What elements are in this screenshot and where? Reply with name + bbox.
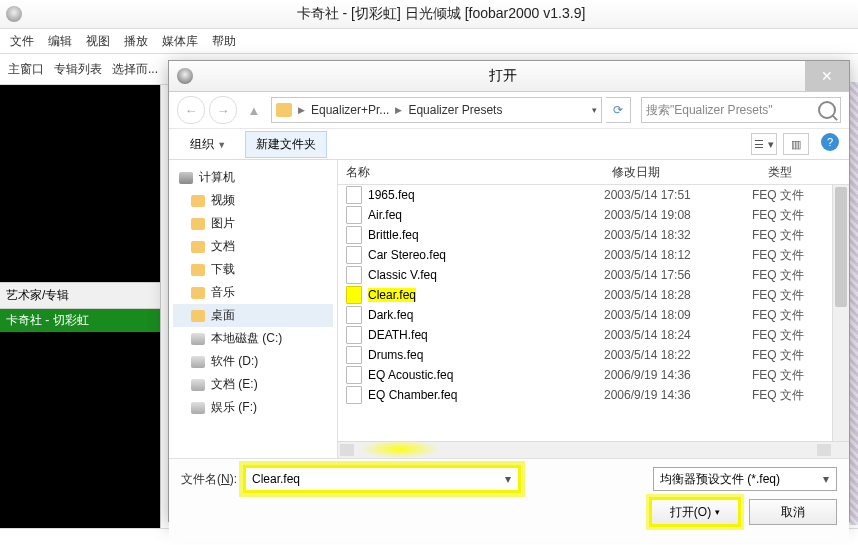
col-type[interactable]: 类型: [760, 164, 849, 181]
view-mode-button[interactable]: ☰ ▾: [751, 133, 777, 155]
breadcrumb-seg-2[interactable]: Equalizer Presets: [404, 103, 506, 117]
nav-forward-button[interactable]: →: [209, 96, 237, 124]
filter-value: 均衡器预设文件 (*.feq): [660, 471, 780, 488]
file-name: Air.feq: [368, 208, 402, 222]
titlebar: 卡奇社 - [切彩虹] 日光倾城 [foobar2000 v1.3.9]: [0, 0, 858, 29]
menu-file[interactable]: 文件: [10, 33, 34, 50]
dialog-toolbar: 组织 ▼ 新建文件夹 ☰ ▾ ▥ ?: [169, 129, 849, 160]
file-date: 2006/9/19 14:36: [596, 368, 744, 382]
file-date: 2006/9/19 14:36: [596, 388, 744, 402]
tree-disk-e[interactable]: 文档 (E:): [173, 373, 333, 396]
tab-main[interactable]: 主窗口: [8, 61, 44, 78]
file-name: Drums.feq: [368, 348, 423, 362]
breadcrumb[interactable]: ▶ Equalizer+Pr... ▶ Equalizer Presets ▾: [271, 97, 602, 123]
close-button[interactable]: ✕: [805, 61, 849, 91]
file-row[interactable]: DEATH.feq2003/5/14 18:24FEQ 文件: [338, 325, 849, 345]
nav-up-button[interactable]: ▲: [241, 97, 267, 123]
preview-pane-button[interactable]: ▥: [783, 133, 809, 155]
tree-desktop[interactable]: 桌面: [173, 304, 333, 327]
file-row[interactable]: Brittle.feq2003/5/14 18:32FEQ 文件: [338, 225, 849, 245]
tree-disk-f[interactable]: 娱乐 (F:): [173, 396, 333, 419]
filetype-filter[interactable]: 均衡器预设文件 (*.feq) ▾: [653, 467, 837, 491]
search-icon: [818, 101, 836, 119]
menu-edit[interactable]: 编辑: [48, 33, 72, 50]
file-icon: [346, 226, 362, 244]
menubar: 文件 编辑 视图 播放 媒体库 帮助: [0, 29, 858, 54]
file-icon: [346, 346, 362, 364]
refresh-button[interactable]: ⟳: [606, 97, 631, 123]
col-name[interactable]: 名称: [338, 164, 604, 181]
file-row[interactable]: Air.feq2003/5/14 19:08FEQ 文件: [338, 205, 849, 225]
tree-pictures[interactable]: 图片: [173, 212, 333, 235]
file-icon: [346, 306, 362, 324]
file-row[interactable]: Dark.feq2003/5/14 18:09FEQ 文件: [338, 305, 849, 325]
annotation-highlight: [360, 440, 440, 458]
file-date: 2003/5/14 18:09: [596, 308, 744, 322]
filename-input[interactable]: Clear.feq ▾: [245, 467, 519, 491]
file-row[interactable]: Clear.feq2003/5/14 18:28FEQ 文件: [338, 285, 849, 305]
dialog-titlebar: 打开 ✕: [169, 61, 849, 92]
horizontal-scrollbar[interactable]: [338, 441, 849, 458]
chevron-right-icon: ▶: [298, 105, 305, 115]
tree-video[interactable]: 视频: [173, 189, 333, 212]
tree-music[interactable]: 音乐: [173, 281, 333, 304]
organize-button[interactable]: 组织 ▼: [179, 131, 237, 158]
file-row[interactable]: EQ Acoustic.feq2006/9/19 14:36FEQ 文件: [338, 365, 849, 385]
disk-icon: [191, 402, 205, 414]
file-date: 2003/5/14 17:56: [596, 268, 744, 282]
menu-play[interactable]: 播放: [124, 33, 148, 50]
file-list: 1965.feq2003/5/14 17:51FEQ 文件Air.feq2003…: [338, 185, 849, 441]
folder-icon: [191, 218, 205, 230]
file-icon: [346, 326, 362, 344]
col-date[interactable]: 修改日期: [604, 164, 760, 181]
cancel-button[interactable]: 取消: [749, 499, 837, 525]
tree-documents[interactable]: 文档: [173, 235, 333, 258]
file-icon: [346, 186, 362, 204]
artist-selected[interactable]: 卡奇社 - 切彩虹: [0, 309, 160, 332]
chevron-down-icon[interactable]: ▾: [592, 105, 597, 115]
dialog-icon: [177, 68, 193, 84]
window-title: 卡奇社 - [切彩虹] 日光倾城 [foobar2000 v1.3.9]: [30, 5, 852, 23]
tree-downloads[interactable]: 下载: [173, 258, 333, 281]
disk-icon: [191, 333, 205, 345]
filename-label: 文件名(N):: [181, 471, 237, 488]
folder-icon: [191, 264, 205, 276]
menu-view[interactable]: 视图: [86, 33, 110, 50]
chevron-down-icon[interactable]: ▾: [818, 470, 834, 488]
file-date: 2003/5/14 17:51: [596, 188, 744, 202]
vertical-scrollbar[interactable]: [832, 185, 849, 441]
file-row[interactable]: EQ Chamber.feq2006/9/19 14:36FEQ 文件: [338, 385, 849, 405]
folder-icon: [276, 103, 292, 117]
file-name: Brittle.feq: [368, 228, 419, 242]
file-row[interactable]: Classic V.feq2003/5/14 17:56FEQ 文件: [338, 265, 849, 285]
open-button[interactable]: 打开(O) ▾: [651, 499, 739, 525]
folder-icon: [191, 195, 205, 207]
help-button[interactable]: ?: [821, 133, 839, 151]
folder-icon: [191, 241, 205, 253]
file-icon: [346, 286, 362, 304]
folder-icon: [191, 310, 205, 322]
file-date: 2003/5/14 18:12: [596, 248, 744, 262]
chevron-down-icon[interactable]: ▾: [500, 470, 516, 488]
file-name: 1965.feq: [368, 188, 415, 202]
tab-album[interactable]: 专辑列表: [54, 61, 102, 78]
tree-disk-d[interactable]: 软件 (D:): [173, 350, 333, 373]
menu-library[interactable]: 媒体库: [162, 33, 198, 50]
menu-help[interactable]: 帮助: [212, 33, 236, 50]
search-input[interactable]: 搜索"Equalizer Presets": [641, 97, 841, 123]
breadcrumb-seg-1[interactable]: Equalizer+Pr...: [307, 103, 393, 117]
file-date: 2003/5/14 18:28: [596, 288, 744, 302]
tree-computer[interactable]: 计算机: [173, 166, 333, 189]
tab-select[interactable]: 选择而...: [112, 61, 158, 78]
file-row[interactable]: Drums.feq2003/5/14 18:22FEQ 文件: [338, 345, 849, 365]
file-row[interactable]: Car Stereo.feq2003/5/14 18:12FEQ 文件: [338, 245, 849, 265]
file-name: Classic V.feq: [368, 268, 437, 282]
nav-back-button[interactable]: ←: [177, 96, 205, 124]
file-row[interactable]: 1965.feq2003/5/14 17:51FEQ 文件: [338, 185, 849, 205]
dialog-title: 打开: [201, 67, 805, 85]
file-icon: [346, 386, 362, 404]
tree-disk-c[interactable]: 本地磁盘 (C:): [173, 327, 333, 350]
computer-icon: [179, 172, 193, 184]
lower-panel: [0, 332, 160, 529]
new-folder-button[interactable]: 新建文件夹: [245, 131, 327, 158]
